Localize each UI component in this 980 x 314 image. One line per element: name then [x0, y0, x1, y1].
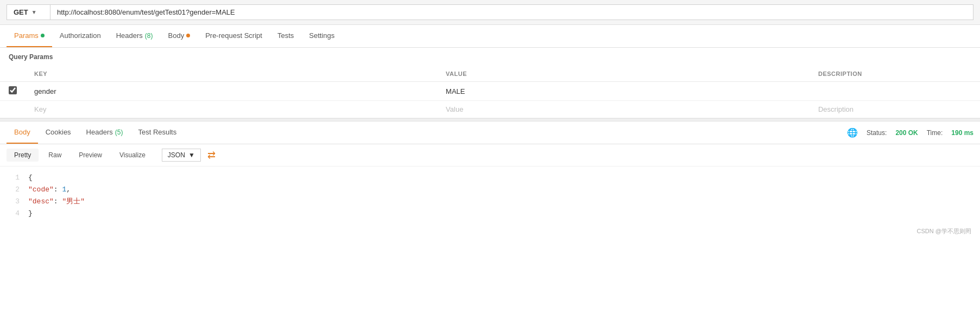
watermark-text: CSDN @学不思则罔: [917, 228, 971, 234]
tab-params-label: Params: [14, 31, 39, 40]
tab-body[interactable]: Body: [161, 25, 198, 47]
json-content-2: "code": 1,: [28, 184, 71, 196]
json-line-3: 3 "desc": "男士": [9, 196, 971, 208]
url-input[interactable]: [50, 4, 973, 20]
resp-headers-badge: (5): [115, 129, 123, 136]
format-pretty-button[interactable]: Pretty: [7, 149, 39, 162]
time-value: 190 ms: [951, 129, 973, 137]
resp-tab-headers-label: Headers: [86, 128, 113, 136]
placeholder-checkbox-cell: [0, 101, 26, 118]
row-checkbox-cell[interactable]: [0, 82, 26, 101]
param-value-cell: MALE: [437, 82, 810, 101]
line-number: 3: [9, 196, 20, 208]
json-content-3: "desc": "男士": [28, 196, 85, 208]
json-view: 1 { 2 "code": 1, 3 "desc": "男士" 4 }: [0, 166, 980, 225]
resp-tab-headers[interactable]: Headers (5): [79, 121, 131, 144]
json-format-select[interactable]: JSON ▼: [162, 149, 201, 162]
col-header-value: VALUE: [437, 66, 810, 82]
status-label: Status:: [867, 129, 887, 137]
resp-tab-test-results-label: Test Results: [138, 128, 176, 136]
body-dot: [186, 34, 190, 37]
tab-authorization[interactable]: Authorization: [52, 25, 109, 47]
tab-settings-label: Settings: [309, 31, 334, 40]
tab-settings[interactable]: Settings: [301, 25, 342, 47]
format-visualize-button[interactable]: Visualize: [112, 149, 153, 162]
resp-tab-cookies-label: Cookies: [46, 128, 71, 136]
placeholder-desc-cell[interactable]: Description: [810, 101, 980, 118]
json-format-label: JSON: [168, 151, 185, 159]
json-content-4: }: [28, 208, 33, 220]
placeholder-value-cell[interactable]: Value: [437, 101, 810, 118]
col-header-key: KEY: [26, 66, 437, 82]
url-bar: GET ▼: [0, 0, 980, 25]
globe-icon: 🌐: [847, 127, 858, 138]
format-preview-button[interactable]: Preview: [71, 149, 110, 162]
resp-tab-body[interactable]: Body: [7, 121, 38, 144]
params-dot: [41, 34, 45, 37]
json-content-1: {: [28, 172, 33, 184]
tab-body-label: Body: [168, 31, 185, 40]
json-line-1: 1 {: [9, 172, 971, 184]
params-table: KEY VALUE DESCRIPTION gender MALE Key Va…: [0, 66, 980, 118]
line-number: 2: [9, 184, 20, 196]
tab-tests[interactable]: Tests: [270, 25, 301, 47]
param-checkbox[interactable]: [9, 86, 17, 94]
time-label: Time:: [927, 129, 943, 137]
tab-tests-label: Tests: [277, 31, 294, 40]
response-status: 🌐 Status: 200 OK Time: 190 ms: [847, 127, 973, 138]
tab-params[interactable]: Params: [7, 25, 52, 47]
table-row-placeholder: Key Value Description: [0, 101, 980, 118]
placeholder-key-cell[interactable]: Key: [26, 101, 437, 118]
param-desc-cell: [810, 82, 980, 101]
wrap-icon[interactable]: ⇄: [207, 149, 216, 161]
tab-authorization-label: Authorization: [60, 31, 101, 40]
json-format-chevron-icon: ▼: [188, 151, 195, 159]
col-header-checkbox: [0, 66, 26, 82]
table-row: gender MALE: [0, 82, 980, 101]
line-number: 1: [9, 172, 20, 184]
method-dropdown[interactable]: GET ▼: [7, 4, 50, 20]
status-value: 200 OK: [895, 129, 918, 137]
resp-tab-cookies[interactable]: Cookies: [38, 121, 79, 144]
json-line-2: 2 "code": 1,: [9, 184, 971, 196]
tab-prerequest[interactable]: Pre-request Script: [198, 25, 270, 47]
resp-tab-test-results[interactable]: Test Results: [130, 121, 184, 144]
response-tabs-bar: Body Cookies Headers (5) Test Results 🌐 …: [0, 121, 980, 144]
query-params-title-text: Query Params: [9, 53, 53, 61]
method-label: GET: [14, 8, 28, 16]
json-line-4: 4 }: [9, 208, 971, 220]
param-key-cell: gender: [26, 82, 437, 101]
method-chevron-icon: ▼: [31, 9, 37, 15]
tab-headers-label: Headers: [116, 31, 143, 40]
col-header-description: DESCRIPTION: [810, 66, 980, 82]
query-params-title: Query Params: [0, 48, 980, 66]
resp-tab-body-label: Body: [14, 128, 30, 136]
format-raw-button[interactable]: Raw: [41, 149, 69, 162]
tab-headers[interactable]: Headers (8): [109, 25, 161, 47]
headers-badge: (8): [145, 32, 153, 40]
tab-prerequest-label: Pre-request Script: [205, 31, 262, 40]
watermark: CSDN @学不思则罔: [0, 225, 980, 238]
params-table-header: KEY VALUE DESCRIPTION: [0, 66, 980, 82]
format-bar: Pretty Raw Preview Visualize JSON ▼ ⇄: [0, 144, 980, 166]
request-tabs-bar: Params Authorization Headers (8) Body Pr…: [0, 25, 980, 48]
line-number: 4: [9, 208, 20, 220]
